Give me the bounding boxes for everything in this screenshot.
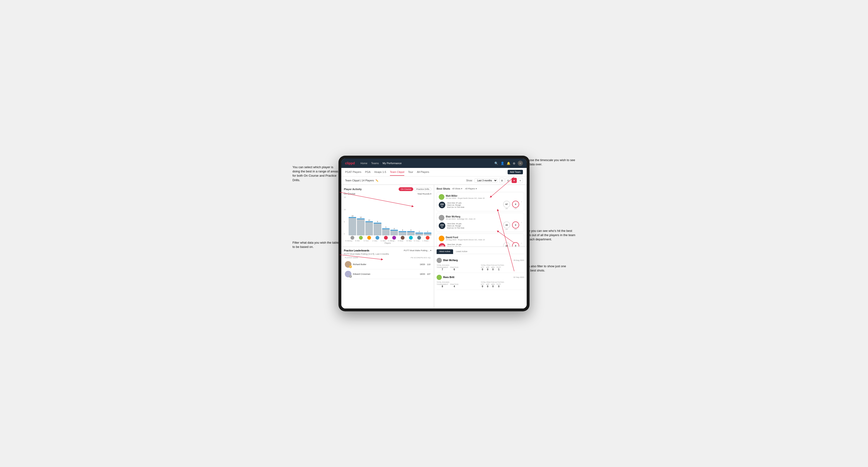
edit-icon[interactable]: ✏️: [375, 179, 378, 182]
active-practice-val-1: 4: [450, 285, 458, 288]
x-axis-title: Players: [344, 242, 431, 244]
users-icon[interactable]: 👤: [500, 161, 504, 165]
shot-player-name-2: David Ford: [446, 236, 485, 239]
chevron-right-1: ›: [521, 221, 522, 224]
active-rounds-group-1: Total Rounds Tournament 8 Practice 4: [437, 281, 480, 288]
nav-home[interactable]: Home: [361, 161, 367, 165]
bar-value-7: 3: [410, 229, 411, 231]
search-icon[interactable]: 🔍: [494, 161, 498, 165]
bar-avatar-9: [426, 236, 430, 240]
tab-team-clippd[interactable]: Team Clippd: [390, 168, 404, 176]
main-content: Player Activity On Course Practice Drill…: [341, 185, 527, 309]
active-practice-label-1: Practice: [450, 283, 458, 285]
active-rounds-row-1: Tournament 8 Practice 4: [437, 283, 480, 288]
x-label-8: E. Crossman: [414, 240, 422, 242]
bar-highlight-7: [407, 231, 415, 232]
active-tournament-label-0: Tournament: [437, 267, 448, 268]
heart-view-icon[interactable]: ♥: [512, 178, 517, 183]
active-player-name-0: Blair McHarg: [443, 259, 512, 261]
add-team-button[interactable]: Add Team: [507, 170, 523, 174]
active-stats-1: Total Rounds Tournament 8 Practice 4: [437, 281, 524, 288]
team-header: Team Clippd | 14 Players ✏️ Show: Last 3…: [341, 177, 527, 185]
stat-circle-1b: 0: [512, 221, 519, 228]
x-label-9: L. Robertson: [423, 240, 431, 242]
active-card-0: Blair McHarg 26 Aug 2023 Total Rounds To…: [437, 256, 524, 273]
least-active-tab[interactable]: Least Active: [453, 249, 470, 254]
most-active-tab[interactable]: Most Active: [437, 249, 453, 254]
shot-card-0[interactable]: Matt Miller 09 Jun 2023 · Royal North De…: [437, 192, 524, 211]
chevron-right-2: ›: [521, 242, 522, 245]
bar-0[interactable]: [349, 217, 356, 236]
plus-circle-icon[interactable]: ⊕: [513, 161, 516, 165]
active-gtt-label-0: GTT: [481, 267, 484, 268]
view-icons: ⊞ ⊟ ♥ ≡: [499, 178, 523, 183]
bar-7[interactable]: [407, 231, 415, 236]
bar-group-4: 5: [382, 226, 390, 240]
shots-filter2[interactable]: All Players ▾: [465, 187, 477, 190]
active-app-val-1: 0: [486, 285, 489, 288]
shot-card-2[interactable]: David Ford 24 Aug 2023 · Royal North Dev…: [437, 234, 524, 247]
tab-all-players[interactable]: All Players: [417, 168, 429, 176]
bar-group-5: 4: [390, 228, 398, 240]
list-view-icon[interactable]: ≡: [518, 178, 523, 183]
lb-title: Practice Leaderboards: [344, 249, 369, 252]
bar-2[interactable]: [365, 221, 373, 236]
bar-3[interactable]: [374, 223, 381, 236]
active-app-0: APP 0: [486, 267, 489, 271]
practice-lb-panel: Practice Leaderboards PUTT Must Make Put…: [341, 247, 434, 309]
best-shots-title: Best Shots: [437, 187, 450, 190]
lb-player-0: 1 Richard Butler: [345, 261, 418, 268]
shot-player-name-1: Blair McHarg: [446, 215, 475, 218]
bar-avatar-1: [359, 236, 363, 240]
bar-highlight-4: [382, 228, 390, 229]
bell-icon[interactable]: 🔔: [507, 161, 510, 165]
player-activity-panel: Player Activity On Course Practice Drill…: [341, 185, 434, 247]
chart-dropdown[interactable]: Total Rounds ▾: [417, 193, 431, 195]
bar-group-0: 13: [349, 215, 356, 240]
practice-drills-tab[interactable]: Practice Drills: [414, 187, 431, 191]
tab-tour[interactable]: Tour: [408, 168, 413, 176]
time-select[interactable]: Last 3 months Last 6 months Last year: [474, 178, 497, 183]
tab-hcaps[interactable]: Hcaps 1-5: [374, 168, 386, 176]
bar-4[interactable]: [382, 228, 390, 236]
nav-my-performance[interactable]: My Performance: [382, 161, 402, 165]
grid-view-icon[interactable]: ⊞: [499, 178, 504, 183]
stat-label-0a: yds: [505, 208, 507, 209]
stat-label-1b: yds: [515, 228, 517, 230]
bar-avatar-5: [392, 236, 396, 240]
shots-filter1[interactable]: All Shots ▾: [452, 187, 462, 190]
active-practice-val-0: 6: [450, 268, 458, 271]
x-label-0: B. McHarg: [345, 240, 353, 242]
active-app-label-1: APP: [486, 283, 489, 285]
y-label-15: 15: [344, 196, 349, 198]
bar-value-5: 4: [394, 228, 395, 229]
shot-card-1[interactable]: Blair McHarg 23 Jul 2023 · Ashridge GC, …: [437, 213, 524, 232]
bar-9[interactable]: [424, 232, 431, 236]
active-avatar-1: [437, 275, 442, 280]
y-label-0: 0: [344, 233, 349, 235]
shot-player-header-2: David Ford 24 Aug 2023 · Royal North Dev…: [439, 236, 519, 241]
active-arg-val-0: 0: [491, 268, 495, 271]
bar-8[interactable]: [415, 232, 423, 236]
player-activity-header: Player Activity On Course Practice Drill…: [344, 187, 431, 191]
nav-teams[interactable]: Teams: [371, 161, 379, 165]
shot-player-detail-0: 09 Jun 2023 · Royal North Devon GC, Hole…: [446, 197, 485, 199]
chart-area: 15 10 5 0 1312109543322 B. McHargB. Br: [344, 196, 431, 244]
bar-avatar-2: [367, 236, 371, 240]
lb-avg-0: 110: [427, 263, 431, 266]
avatar[interactable]: U: [518, 161, 523, 166]
active-arg-val-1: 0: [491, 285, 495, 288]
lb-filter[interactable]: PUTT Must Make Putting ... ▾: [404, 249, 431, 252]
tab-pga[interactable]: PGA: [365, 168, 371, 176]
grid-alt-view-icon[interactable]: ⊟: [505, 178, 511, 183]
shots-filters: All Shots ▾ All Players ▾: [452, 187, 477, 190]
active-rounds-group-0: Total Rounds Tournament 7 Practice 6: [437, 264, 480, 271]
tab-pgat-players[interactable]: PGAT Players: [345, 168, 361, 176]
lb-row-0[interactable]: 1 Richard Butler 19/20 110: [344, 260, 431, 269]
active-gtt-val-1: 0: [481, 285, 484, 288]
lb-row-1[interactable]: 2 Edward Crossman 18/20 107: [344, 269, 431, 279]
bar-1[interactable]: [357, 218, 365, 236]
bar-6[interactable]: [399, 231, 406, 236]
on-course-tab[interactable]: On Course: [399, 187, 413, 191]
bar-5[interactable]: [390, 230, 398, 236]
